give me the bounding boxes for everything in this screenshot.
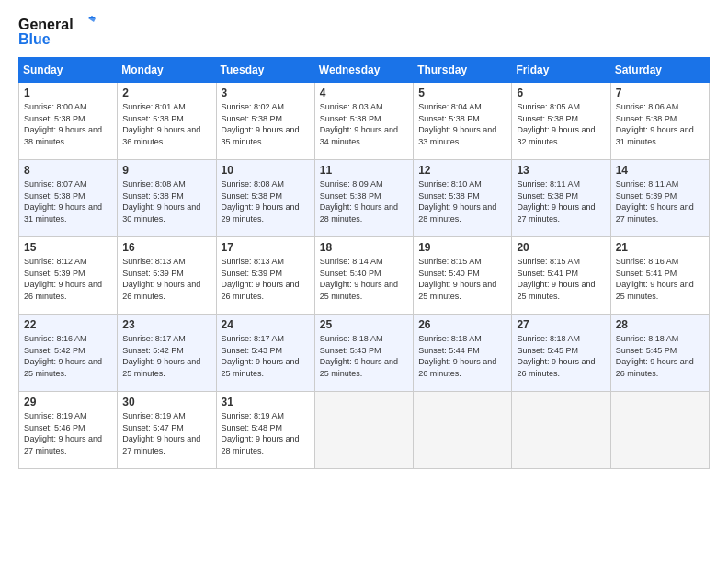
day-info: Sunrise: 8:03 AMSunset: 5:38 PMDaylight:… <box>320 101 408 147</box>
calendar-cell: 8Sunrise: 8:07 AMSunset: 5:38 PMDaylight… <box>19 160 118 237</box>
day-info: Sunrise: 8:17 AMSunset: 5:43 PMDaylight:… <box>222 333 310 379</box>
day-info: Sunrise: 8:13 AMSunset: 5:39 PMDaylight:… <box>222 256 310 302</box>
calendar-cell: 5Sunrise: 8:04 AMSunset: 5:38 PMDaylight… <box>414 83 512 160</box>
calendar-cell: 11Sunrise: 8:09 AMSunset: 5:38 PMDayligh… <box>314 160 413 237</box>
day-info: Sunrise: 8:18 AMSunset: 5:44 PMDaylight:… <box>418 333 506 379</box>
calendar-week-row: 1Sunrise: 8:00 AMSunset: 5:38 PMDaylight… <box>19 83 710 160</box>
day-number: 29 <box>24 396 112 408</box>
logo-text-blue: Blue <box>18 31 51 48</box>
column-header-monday: Monday <box>118 58 216 83</box>
day-info: Sunrise: 8:08 AMSunset: 5:38 PMDaylight:… <box>222 178 310 224</box>
calendar-header-row: SundayMondayTuesdayWednesdayThursdayFrid… <box>19 58 710 83</box>
day-number: 22 <box>24 318 112 331</box>
day-number: 2 <box>122 86 210 99</box>
calendar-cell: 21Sunrise: 8:16 AMSunset: 5:41 PMDayligh… <box>610 237 709 315</box>
calendar-cell <box>414 392 512 469</box>
calendar-cell: 3Sunrise: 8:02 AMSunset: 5:38 PMDaylight… <box>216 83 314 160</box>
day-number: 25 <box>320 318 408 331</box>
day-info: Sunrise: 8:12 AMSunset: 5:39 PMDaylight:… <box>24 256 112 302</box>
calendar-cell: 25Sunrise: 8:18 AMSunset: 5:43 PMDayligh… <box>314 315 413 392</box>
day-number: 1 <box>24 86 112 99</box>
day-number: 30 <box>122 396 210 408</box>
column-header-friday: Friday <box>512 58 610 83</box>
day-number: 6 <box>517 86 605 99</box>
day-info: Sunrise: 8:18 AMSunset: 5:43 PMDaylight:… <box>320 333 408 379</box>
calendar-cell: 22Sunrise: 8:16 AMSunset: 5:42 PMDayligh… <box>19 315 118 392</box>
calendar-cell <box>610 392 709 469</box>
logo-bird-icon <box>75 15 96 35</box>
calendar-cell: 10Sunrise: 8:08 AMSunset: 5:38 PMDayligh… <box>216 160 314 237</box>
calendar-cell: 26Sunrise: 8:18 AMSunset: 5:44 PMDayligh… <box>414 315 512 392</box>
day-info: Sunrise: 8:09 AMSunset: 5:38 PMDaylight:… <box>320 178 408 224</box>
svg-marker-1 <box>88 18 96 22</box>
day-number: 11 <box>320 164 408 177</box>
day-info: Sunrise: 8:18 AMSunset: 5:45 PMDaylight:… <box>616 333 704 379</box>
calendar-cell: 29Sunrise: 8:19 AMSunset: 5:46 PMDayligh… <box>19 392 118 469</box>
day-number: 23 <box>122 318 210 331</box>
day-info: Sunrise: 8:00 AMSunset: 5:38 PMDaylight:… <box>24 101 112 147</box>
day-number: 13 <box>517 164 605 177</box>
day-info: Sunrise: 8:08 AMSunset: 5:38 PMDaylight:… <box>122 178 210 224</box>
day-number: 28 <box>616 318 704 331</box>
day-number: 18 <box>320 241 408 254</box>
day-info: Sunrise: 8:15 AMSunset: 5:41 PMDaylight:… <box>517 256 605 302</box>
calendar-cell <box>512 392 610 469</box>
calendar-cell: 6Sunrise: 8:05 AMSunset: 5:38 PMDaylight… <box>512 83 610 160</box>
header: General Blue <box>18 15 710 48</box>
day-info: Sunrise: 8:15 AMSunset: 5:40 PMDaylight:… <box>418 256 506 302</box>
day-info: Sunrise: 8:10 AMSunset: 5:38 PMDaylight:… <box>418 178 506 224</box>
calendar-cell: 13Sunrise: 8:11 AMSunset: 5:38 PMDayligh… <box>512 160 610 237</box>
calendar-cell: 4Sunrise: 8:03 AMSunset: 5:38 PMDaylight… <box>314 83 413 160</box>
calendar-cell: 19Sunrise: 8:15 AMSunset: 5:40 PMDayligh… <box>414 237 512 315</box>
day-info: Sunrise: 8:02 AMSunset: 5:38 PMDaylight:… <box>222 101 310 147</box>
calendar-cell: 30Sunrise: 8:19 AMSunset: 5:47 PMDayligh… <box>118 392 216 469</box>
day-number: 15 <box>24 241 112 254</box>
day-info: Sunrise: 8:19 AMSunset: 5:46 PMDaylight:… <box>24 410 112 456</box>
day-number: 24 <box>222 318 310 331</box>
day-number: 31 <box>222 396 310 408</box>
calendar-cell: 2Sunrise: 8:01 AMSunset: 5:38 PMDaylight… <box>118 83 216 160</box>
day-info: Sunrise: 8:19 AMSunset: 5:47 PMDaylight:… <box>122 410 210 456</box>
day-number: 16 <box>122 241 210 254</box>
calendar-cell: 9Sunrise: 8:08 AMSunset: 5:38 PMDaylight… <box>118 160 216 237</box>
calendar-cell: 7Sunrise: 8:06 AMSunset: 5:38 PMDaylight… <box>610 83 709 160</box>
day-number: 8 <box>24 164 112 177</box>
day-info: Sunrise: 8:07 AMSunset: 5:38 PMDaylight:… <box>24 178 112 224</box>
calendar-cell: 14Sunrise: 8:11 AMSunset: 5:39 PMDayligh… <box>610 160 709 237</box>
page: General Blue SundayMondayTuesdayWednesda… <box>0 0 728 563</box>
day-info: Sunrise: 8:01 AMSunset: 5:38 PMDaylight:… <box>122 101 210 147</box>
calendar-cell: 15Sunrise: 8:12 AMSunset: 5:39 PMDayligh… <box>19 237 118 315</box>
day-info: Sunrise: 8:11 AMSunset: 5:38 PMDaylight:… <box>517 178 605 224</box>
day-info: Sunrise: 8:05 AMSunset: 5:38 PMDaylight:… <box>517 101 605 147</box>
column-header-sunday: Sunday <box>19 58 118 83</box>
day-info: Sunrise: 8:11 AMSunset: 5:39 PMDaylight:… <box>616 178 704 224</box>
day-number: 20 <box>517 241 605 254</box>
calendar-cell: 28Sunrise: 8:18 AMSunset: 5:45 PMDayligh… <box>610 315 709 392</box>
calendar-cell: 17Sunrise: 8:13 AMSunset: 5:39 PMDayligh… <box>216 237 314 315</box>
logo: General Blue <box>18 15 96 48</box>
calendar-cell: 27Sunrise: 8:18 AMSunset: 5:45 PMDayligh… <box>512 315 610 392</box>
calendar-cell: 31Sunrise: 8:19 AMSunset: 5:48 PMDayligh… <box>216 392 314 469</box>
day-number: 3 <box>222 86 310 99</box>
day-info: Sunrise: 8:19 AMSunset: 5:48 PMDaylight:… <box>222 410 310 456</box>
day-number: 19 <box>418 241 506 254</box>
calendar-cell: 16Sunrise: 8:13 AMSunset: 5:39 PMDayligh… <box>118 237 216 315</box>
calendar: SundayMondayTuesdayWednesdayThursdayFrid… <box>18 57 710 469</box>
day-info: Sunrise: 8:18 AMSunset: 5:45 PMDaylight:… <box>517 333 605 379</box>
calendar-week-row: 22Sunrise: 8:16 AMSunset: 5:42 PMDayligh… <box>19 315 710 392</box>
day-number: 12 <box>418 164 506 177</box>
calendar-cell: 20Sunrise: 8:15 AMSunset: 5:41 PMDayligh… <box>512 237 610 315</box>
day-number: 21 <box>616 241 704 254</box>
calendar-cell: 18Sunrise: 8:14 AMSunset: 5:40 PMDayligh… <box>314 237 413 315</box>
day-info: Sunrise: 8:14 AMSunset: 5:40 PMDaylight:… <box>320 256 408 302</box>
column-header-wednesday: Wednesday <box>314 58 413 83</box>
day-number: 14 <box>616 164 704 177</box>
day-number: 17 <box>222 241 310 254</box>
calendar-week-row: 15Sunrise: 8:12 AMSunset: 5:39 PMDayligh… <box>19 237 710 315</box>
day-info: Sunrise: 8:06 AMSunset: 5:38 PMDaylight:… <box>616 101 704 147</box>
svg-marker-0 <box>88 16 96 18</box>
day-number: 7 <box>616 86 704 99</box>
day-info: Sunrise: 8:16 AMSunset: 5:42 PMDaylight:… <box>24 333 112 379</box>
day-info: Sunrise: 8:17 AMSunset: 5:42 PMDaylight:… <box>122 333 210 379</box>
day-number: 10 <box>222 164 310 177</box>
